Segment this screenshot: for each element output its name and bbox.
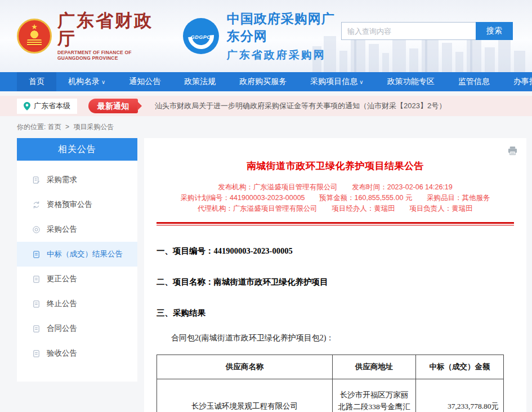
meta-value: 广东溢盛项目管理有限公司 <box>253 183 338 191</box>
dept-name-cn: 广东省财政厅 <box>57 12 165 48</box>
announcement-title: 南城街道市政环卫绿化养护项目结果公告 <box>157 160 514 172</box>
sidebar-item-label: 采购需求 <box>47 175 77 185</box>
sidebar-title: 相关公告 <box>17 138 137 161</box>
col-header-supplier-address: 供应商地址 <box>333 355 416 379</box>
content-area: 相关公告 采购需求 资格预审公告 采购公告 中标（成交）结果公告 更正公告 <box>0 137 532 412</box>
doc-pen-icon <box>32 176 41 184</box>
sidebar-item-procurement-demand[interactable]: 采购需求 <box>17 167 137 192</box>
nav-label: 采购项目信息 <box>310 77 357 87</box>
nav-item-policies[interactable]: 政策法规 <box>172 72 227 91</box>
site-title-block: 中国政府采购网广东分网 广东省政府采购网 <box>227 10 341 63</box>
meta-label: 发布时间： <box>352 183 387 191</box>
col-header-award-amount: 中标（成交）金额 <box>416 355 504 379</box>
nav-label: 政府购买服务 <box>239 77 287 87</box>
sidebar-item-label: 更正公告 <box>47 274 77 284</box>
meta-line: 发布机构：广东溢盛项目管理有限公司 发布时间：2023-02-06 14:26:… <box>157 182 514 193</box>
breadcrumb: 你的位置: 首页 > 项目采购公告 <box>0 116 532 137</box>
doc-icon <box>32 275 41 283</box>
cell-supplier-address: 长沙市开福区万家丽北路二段338号金鹰汇大厦918房 <box>333 379 416 412</box>
meta-line: 采购计划编号：441900003-2023-00005 预算金额：160,855… <box>157 193 514 203</box>
sidebar-list: 采购需求 资格预审公告 采购公告 中标（成交）结果公告 更正公告 终止公告 <box>17 161 137 366</box>
sidebar-item-acceptance[interactable]: 验收公告 <box>17 341 137 366</box>
nav-label: 政策法规 <box>184 77 216 87</box>
nav-item-notices[interactable]: 通知公告 <box>117 72 172 91</box>
latest-notice-badge: 最新通知 <box>88 99 138 113</box>
table-header-row: 供应商名称 供应商地址 中标（成交）金额 <box>157 355 504 379</box>
sidebar-item-label: 终止公告 <box>47 299 77 309</box>
region-label: 广东省本级 <box>34 101 70 111</box>
breadcrumb-home-link[interactable]: 首页 <box>48 123 61 131</box>
meta-value: 其他服务 <box>462 194 490 202</box>
sidebar-item-label: 中标（成交）结果公告 <box>47 249 123 259</box>
section-project-name: 二、项目名称：南城街道市政环卫绿化养护项目 <box>157 277 514 287</box>
header-inner: 广东省财政厅 DEPARTMENT OF FINANCE OF GUANGDON… <box>0 0 532 72</box>
breadcrumb-separator: > <box>65 123 69 131</box>
breadcrumb-prefix: 你的位置: <box>17 123 46 131</box>
meta-label: 项目负责人： <box>409 205 451 212</box>
nav-item-policy-zone[interactable]: 政策功能专区 <box>375 72 446 91</box>
sync-icon <box>32 201 41 209</box>
announcement-panel: 南城街道市政环卫绿化养护项目结果公告 发布机构：广东溢盛项目管理有限公司 发布时… <box>144 138 526 412</box>
meta-value: 2023-02-06 14:26:19 <box>387 183 453 191</box>
sidebar-item-award-result[interactable]: 中标（成交）结果公告 <box>17 242 137 267</box>
site-title-main: 中国政府采购网广东分网 <box>227 10 341 45</box>
breadcrumb-current: 项目采购公告 <box>73 123 114 131</box>
finance-dept-logo[interactable]: 广东省财政厅 DEPARTMENT OF FINANCE OF GUANGDON… <box>17 12 165 61</box>
nav-label: 政策功能专区 <box>387 77 435 87</box>
meta-label: 项目经办人： <box>332 205 374 212</box>
related-notices-sidebar: 相关公告 采购需求 资格预审公告 采购公告 中标（成交）结果公告 更正公告 <box>17 138 137 382</box>
national-emblem-icon <box>17 19 52 54</box>
meta-value: 黄瑞田 <box>374 205 395 212</box>
nav-label: 办事指南 <box>513 77 532 87</box>
notice-bar: 广东省本级 最新通知 汕头市财政局关于进一步明确政府采购保证金等有关事项的通知（… <box>0 96 532 116</box>
meta-line: 代理机构：广东溢盛项目管理有限公司 项目经办人：黄瑞田 项目负责人：黄瑞田 <box>157 203 514 214</box>
target-icon <box>32 225 41 234</box>
section-project-number: 一、项目编号：441900003-2023-00005 <box>157 246 514 256</box>
doc-icon <box>32 300 41 308</box>
nav-label: 机构名录 <box>68 77 100 87</box>
gdgpo-logo-icon: GDGPO <box>183 18 219 54</box>
nav-item-home[interactable]: 首页 <box>17 72 56 91</box>
meta-value: 广东溢盛项目管理有限公司 <box>233 205 318 212</box>
nav-item-gov-purchase-services[interactable]: 政府购买服务 <box>227 72 298 91</box>
dept-name-en: DEPARTMENT OF FINANCE OF GUANGDONG PROVI… <box>57 50 165 61</box>
nav-label: 监管信息 <box>458 77 490 87</box>
nav-label: 首页 <box>29 77 44 87</box>
nav-item-procurement-info[interactable]: 采购项目信息∨ <box>298 72 375 91</box>
red-divider-thick <box>157 222 514 224</box>
meta-value: 黄瑞田 <box>451 205 473 212</box>
search-input[interactable] <box>341 22 476 40</box>
meta-label: 预算金额： <box>319 194 355 202</box>
nav-item-org-directory[interactable]: 机构名录∨ <box>56 72 117 91</box>
nav-item-supervision[interactable]: 监管信息 <box>446 72 502 91</box>
sidebar-item-label: 资格预审公告 <box>47 200 92 210</box>
sidebar-item-procurement-notice[interactable]: 采购公告 <box>17 217 137 242</box>
cell-award-amount: 37,233,778.80元 <box>416 379 504 412</box>
announcement-meta: 发布机构：广东溢盛项目管理有限公司 发布时间：2023-02-06 14:26:… <box>157 182 514 214</box>
site-logo[interactable]: GDGPO 中国政府采购网广东分网 广东省政府采购网 <box>165 10 341 63</box>
print-icon[interactable] <box>507 146 518 156</box>
meta-value: 160,855,555.00 元 <box>355 194 413 202</box>
sidebar-item-termination[interactable]: 终止公告 <box>17 291 137 316</box>
main-nav: 首页 机构名录∨ 通知公告 政策法规 政府购买服务 采购项目信息∨ 政策功能专区… <box>0 72 532 91</box>
nav-label: 通知公告 <box>129 77 160 87</box>
meta-label: 采购计划编号： <box>181 194 230 202</box>
doc-icon <box>32 250 41 259</box>
sidebar-item-prequalification[interactable]: 资格预审公告 <box>17 192 137 217</box>
region-selector[interactable]: 广东省本级 <box>17 99 77 114</box>
announcement-body: 一、项目编号：441900003-2023-00005 二、项目名称：南城街道市… <box>157 246 514 412</box>
table-row: 长沙玉诚环境景观工程有限公司 长沙市开福区万家丽北路二段338号金鹰汇大厦918… <box>157 379 504 412</box>
search-button[interactable]: 搜索 <box>476 22 513 40</box>
section-procurement-result: 三、采购结果 <box>157 308 514 318</box>
sidebar-item-label: 合同公告 <box>47 324 77 334</box>
sidebar-item-correction[interactable]: 更正公告 <box>17 267 137 291</box>
dept-text: 广东省财政厅 DEPARTMENT OF FINANCE OF GUANGDON… <box>57 12 165 61</box>
meta-label: 代理机构： <box>198 205 233 212</box>
nav-item-guide[interactable]: 办事指南 <box>502 72 532 91</box>
sidebar-item-contract[interactable]: 合同公告 <box>17 316 137 341</box>
gdgpo-abbr: GDGPO <box>191 34 211 40</box>
notice-link[interactable]: 汕头市财政局关于进一步明确政府采购保证金等有关事项的通知（汕市财采【2023】2… <box>155 101 446 111</box>
cell-supplier-name: 长沙玉诚环境景观工程有限公司 <box>157 379 333 412</box>
search-bar: 搜索 <box>341 22 513 40</box>
meta-label: 采购品目： <box>427 194 462 202</box>
